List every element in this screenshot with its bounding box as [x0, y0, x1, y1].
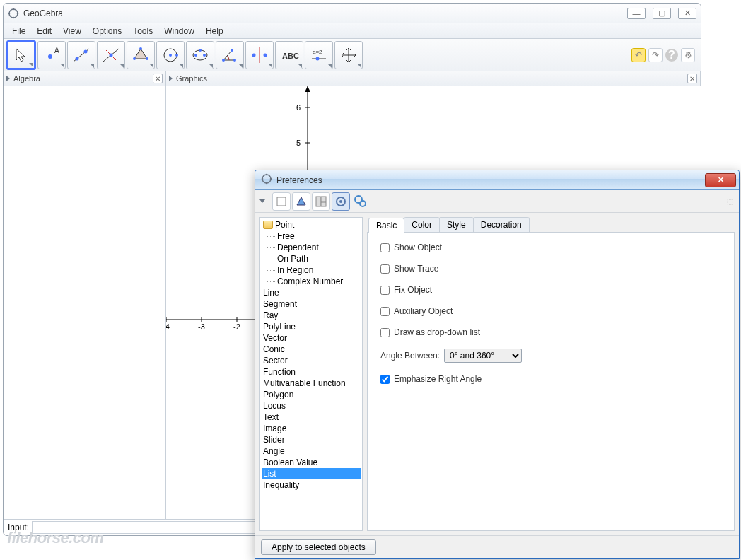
svg-point-9 — [84, 49, 88, 53]
tree-dependent[interactable]: Dependent — [262, 242, 361, 253]
algebra-panel-header[interactable]: Algebra ✕ — [4, 71, 166, 86]
svg-marker-48 — [297, 197, 305, 205]
graphics-panel-header[interactable]: Graphics ✕ — [166, 71, 701, 86]
redo-button[interactable]: ↷ — [648, 48, 663, 62]
pref-advanced-icon[interactable] — [351, 192, 370, 211]
svg-point-33 — [316, 57, 320, 60]
emphasize-checkbox[interactable] — [380, 375, 390, 384]
tree-inregion[interactable]: In Region — [262, 264, 361, 276]
tree-list[interactable]: List — [262, 468, 361, 479]
tree-point[interactable]: Point — [262, 219, 361, 231]
minimize-button[interactable]: — — [627, 8, 646, 19]
tool-point[interactable]: A — [37, 41, 66, 69]
tool-move-view[interactable] — [334, 41, 363, 69]
dock-icon[interactable]: ⬚ — [725, 196, 735, 206]
tree-onpath[interactable]: On Path — [262, 253, 361, 264]
tree-multivar[interactable]: Multivariable Function — [262, 378, 361, 389]
tool-reflect[interactable] — [245, 41, 274, 69]
svg-marker-13 — [134, 49, 147, 59]
object-type-tree[interactable]: Point Free Dependent On Path In Region C… — [259, 217, 363, 531]
tool-line[interactable] — [67, 41, 95, 69]
help-icon[interactable]: ? — [665, 49, 678, 62]
folder-icon — [263, 221, 273, 229]
tree-conic[interactable]: Conic — [262, 344, 361, 355]
fix-object-label: Fix Object — [394, 285, 432, 295]
menu-window[interactable]: Window — [160, 25, 199, 37]
menu-help[interactable]: Help — [202, 25, 228, 37]
collapse-icon — [6, 76, 10, 81]
tree-vector[interactable]: Vector — [262, 332, 361, 344]
tree-free[interactable]: Free — [262, 231, 361, 242]
close-button[interactable]: ✕ — [678, 8, 696, 19]
undo-button[interactable]: ↶ — [631, 48, 646, 62]
pref-graphics-icon[interactable] — [292, 192, 310, 211]
tree-ray[interactable]: Ray — [262, 310, 361, 321]
fix-object-checkbox[interactable] — [380, 286, 390, 295]
tab-decoration[interactable]: Decoration — [473, 217, 530, 232]
menu-options[interactable]: Options — [88, 25, 126, 37]
tool-angle[interactable] — [216, 41, 244, 69]
preference-tabs: Basic Color Style Decoration — [367, 217, 735, 233]
tree-line[interactable]: Line — [262, 287, 361, 298]
maximize-button[interactable]: ▢ — [653, 8, 671, 19]
preferences-dialog: Preferences ✕ ⬚ Point Free Dependent On … — [255, 170, 740, 559]
tool-circle[interactable] — [156, 41, 185, 69]
tree-locus[interactable]: Locus — [262, 400, 361, 412]
tree-boolean[interactable]: Boolean Value — [262, 457, 361, 468]
apply-button[interactable]: Apply to selected objects — [261, 539, 376, 555]
svg-point-24 — [222, 59, 225, 62]
tree-inequality[interactable]: Inequality — [262, 479, 361, 491]
tree-complex[interactable]: Complex Number — [262, 276, 361, 287]
svg-text:ABC: ABC — [282, 52, 299, 60]
tree-text[interactable]: Text — [262, 412, 361, 423]
tree-function[interactable]: Function — [262, 366, 361, 378]
auxiliary-checkbox[interactable] — [380, 307, 390, 316]
preferences-titlebar: Preferences ✕ — [255, 170, 739, 190]
svg-point-8 — [76, 57, 79, 60]
tree-segment[interactable]: Segment — [262, 298, 361, 310]
show-object-checkbox[interactable] — [380, 243, 390, 252]
pref-layout-icon[interactable] — [312, 192, 330, 211]
menu-file[interactable]: File — [8, 25, 30, 37]
tool-text[interactable]: ABC — [275, 41, 303, 69]
x-tick: -2 — [233, 322, 240, 331]
pref-objects-icon[interactable] — [272, 192, 291, 211]
tab-basic[interactable]: Basic — [368, 218, 404, 233]
algebra-close-icon[interactable]: ✕ — [153, 74, 163, 83]
preferences-close-button[interactable]: ✕ — [705, 173, 736, 187]
tree-sector[interactable]: Sector — [262, 355, 361, 366]
svg-point-46 — [262, 177, 264, 180]
svg-rect-51 — [321, 202, 326, 206]
dropdown-icon[interactable] — [259, 199, 265, 203]
tool-perpendicular[interactable] — [97, 41, 125, 69]
menu-tools[interactable]: Tools — [129, 25, 157, 37]
dropdown-checkbox[interactable] — [380, 328, 390, 337]
tree-image[interactable]: Image — [262, 423, 361, 434]
show-trace-checkbox[interactable] — [380, 264, 390, 274]
menubar: File Edit View Options Tools Window Help — [4, 23, 701, 39]
graphics-close-icon[interactable]: ✕ — [687, 74, 697, 83]
tool-slider[interactable]: a=2 — [305, 41, 333, 69]
tree-polyline[interactable]: PolyLine — [262, 321, 361, 332]
tree-angle[interactable]: Angle — [262, 445, 361, 457]
tool-ellipse[interactable] — [186, 41, 214, 69]
y-tick: 5 — [296, 139, 301, 147]
svg-point-44 — [270, 177, 272, 180]
menu-edit[interactable]: Edit — [33, 25, 56, 37]
angle-between-label: Angle Between: — [380, 351, 440, 361]
angle-between-select[interactable]: 0° and 360° — [444, 349, 522, 363]
pref-defaults-icon[interactable] — [332, 192, 350, 211]
svg-text:a=2: a=2 — [313, 49, 322, 55]
svg-point-25 — [233, 59, 236, 62]
tab-color[interactable]: Color — [404, 217, 440, 232]
tool-polygon[interactable] — [127, 41, 155, 69]
tree-slider[interactable]: Slider — [262, 434, 361, 445]
algebra-label: Algebra — [13, 74, 40, 83]
menu-view[interactable]: View — [59, 25, 86, 37]
tab-style[interactable]: Style — [439, 217, 474, 232]
settings-icon[interactable]: ⚙ — [681, 48, 695, 62]
svg-point-18 — [169, 54, 172, 57]
tool-move[interactable] — [6, 40, 36, 70]
algebra-pane[interactable] — [4, 86, 166, 519]
tree-polygon[interactable]: Polygon — [262, 389, 361, 400]
